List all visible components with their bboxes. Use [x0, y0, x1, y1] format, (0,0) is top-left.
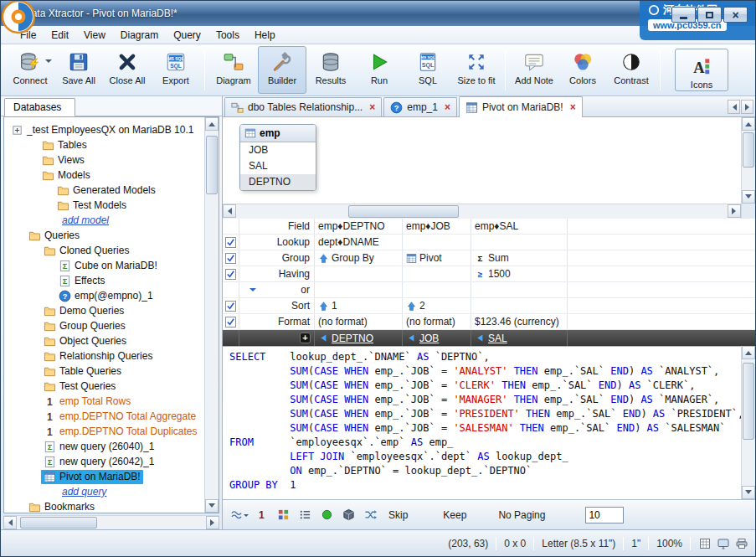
paging-mode-button[interactable]: No Paging — [498, 509, 545, 521]
builder-cell[interactable] — [471, 235, 568, 250]
tree-item-emp-empno-1[interactable]: ?emp(@empno)_1 — [4, 288, 204, 303]
tree-item-tables[interactable]: Tables — [4, 137, 204, 152]
menu-tools[interactable]: Tools — [208, 27, 247, 44]
builder-column-header[interactable]: DEPTNO — [315, 330, 403, 346]
tree-hscrollbar[interactable] — [3, 515, 219, 529]
minimize-button[interactable] — [671, 7, 696, 23]
builder-cell[interactable]: emp♦JOB — [403, 219, 471, 234]
tree-item-cloned-queries[interactable]: Cloned Queries — [4, 243, 204, 258]
scroll-left-button[interactable] — [3, 516, 17, 529]
builder-check-cell[interactable] — [223, 282, 239, 297]
builder-cell[interactable]: $123.46 (currency) — [471, 314, 568, 329]
tab-close-icon[interactable]: × — [445, 101, 450, 113]
tree-item-emp-deptno-total-duplicates[interactable]: 1emp.DEPTNO Total Duplicates — [4, 424, 204, 439]
size-to-fit-button[interactable]: Size to fit — [452, 46, 501, 94]
tree-item-views[interactable]: Views — [4, 152, 204, 168]
results-button[interactable]: Results — [306, 46, 355, 94]
tree-item-table-queries[interactable]: Table Queries — [4, 364, 204, 379]
builder-cell[interactable] — [403, 235, 471, 250]
tab-dbo-tables-relationship[interactable]: dbo Tables Relationship...× — [224, 97, 382, 116]
tree-item-effects[interactable]: ΣEffects — [4, 273, 204, 288]
scroll-left-button[interactable] — [223, 204, 236, 218]
diagram-button[interactable]: Diagram — [209, 46, 258, 94]
list-button[interactable] — [295, 507, 315, 523]
shuffle-button[interactable] — [360, 507, 380, 523]
tree-item-new-query-26040-1[interactable]: Σnew query (26040)_1 — [4, 439, 204, 454]
tree-item-add-model[interactable]: add model — [4, 213, 204, 228]
sql-button[interactable]: MS SQLSQLSQL — [404, 46, 452, 94]
tree-item-pivot-on-mariadb[interactable]: Pivot on MariaDB! — [4, 469, 204, 484]
builder-cell[interactable]: ≥1500 — [471, 266, 568, 281]
builder-cell[interactable] — [403, 266, 471, 281]
add-note-button[interactable]: Add Note — [510, 46, 558, 94]
entity-field-job[interactable]: JOB — [240, 142, 316, 158]
scroll-down-button[interactable] — [205, 499, 219, 513]
builder-check-cell[interactable] — [223, 314, 239, 329]
entity-header[interactable]: emp — [240, 125, 316, 142]
tree-item-test-employeesqx-on-mariadb-10-1[interactable]: _test EmployeesQX on MariaDB 10.1 — [4, 122, 204, 137]
tree-item-test-models[interactable]: Test Models — [4, 198, 204, 213]
tree-item-add-query[interactable]: add query — [4, 484, 204, 499]
scroll-right-button[interactable] — [728, 204, 741, 218]
menu-edit[interactable]: Edit — [44, 27, 76, 44]
tree-item-cube-on-mariadb[interactable]: ΣCube on MariaDB! — [4, 258, 204, 273]
contrast-button[interactable]: Contrast — [607, 46, 656, 94]
builder-cell[interactable]: ΣSum — [471, 250, 568, 266]
builder-cell[interactable]: (no format) — [315, 314, 403, 329]
menu-help[interactable]: Help — [247, 27, 283, 44]
entity-emp[interactable]: emp JOBSALDEPTNO — [239, 124, 316, 191]
builder-cell[interactable]: Group By — [315, 250, 403, 266]
builder-cell[interactable]: Pivot — [403, 250, 471, 266]
builder-cell[interactable]: dept♦DNAME — [315, 235, 403, 250]
builder-button[interactable]: Builder — [258, 46, 306, 94]
scroll-up-button[interactable] — [742, 117, 755, 131]
tree-item-models[interactable]: Models — [4, 168, 204, 183]
builder-column-header[interactable]: SAL — [471, 330, 568, 346]
tree-item-emp-total-rows[interactable]: 1emp Total Rows — [4, 394, 204, 409]
databases-tab[interactable]: Databases — [4, 98, 75, 116]
sql-editor[interactable]: SELECT lookup_dept_.`DNAME` AS `DEPTNO`,… — [223, 346, 741, 499]
builder-check-cell[interactable] — [223, 298, 239, 313]
page-grid-icon[interactable] — [698, 537, 712, 550]
save-all-button[interactable]: Save All — [54, 46, 103, 94]
checkbox-checked-icon[interactable] — [225, 269, 236, 280]
tree-item-relationship-queries[interactable]: Relationship Queries — [4, 348, 204, 364]
checkbox-checked-icon[interactable] — [225, 301, 236, 312]
cube-button[interactable] — [338, 507, 358, 523]
builder-cell[interactable]: emp♦DEPTNO — [315, 219, 403, 234]
add-column-button[interactable]: + — [300, 333, 311, 343]
builder-cell[interactable] — [315, 282, 403, 297]
maximize-button[interactable] — [697, 7, 722, 23]
checkbox-checked-icon[interactable] — [225, 253, 236, 264]
tab-emp-1[interactable]: ?emp_1× — [383, 97, 457, 116]
builder-cell[interactable]: 2 — [403, 298, 471, 313]
menu-query[interactable]: Query — [166, 27, 208, 44]
scroll-down-button[interactable] — [742, 486, 755, 499]
tab-scroll-right-button[interactable] — [741, 100, 753, 114]
menu-diagram[interactable]: Diagram — [113, 27, 166, 44]
builder-cell[interactable] — [403, 282, 471, 297]
builder-check-cell[interactable] — [223, 266, 239, 281]
diagram-vscrollbar[interactable] — [741, 117, 755, 204]
connect-button[interactable]: Connect — [6, 46, 54, 94]
builder-cell[interactable] — [315, 266, 403, 281]
dropdown-caret-icon[interactable] — [45, 59, 52, 66]
tree-item-emp-deptno-total-aggregate[interactable]: 1emp.DEPTNO Total Aggregate — [4, 409, 204, 424]
scroll-right-button[interactable] — [206, 516, 219, 529]
scroll-up-button[interactable] — [205, 117, 219, 131]
tree-item-generated-models[interactable]: Generated Models — [4, 183, 204, 198]
tab-close-icon[interactable]: × — [369, 101, 375, 113]
tree-item-bookmarks[interactable]: Bookmarks — [4, 499, 204, 513]
builder-cell[interactable]: emp♦SAL — [471, 219, 568, 234]
tree-item-test-queries[interactable]: Test Queries — [4, 379, 204, 394]
builder-cell[interactable]: (no format) — [403, 314, 471, 329]
run-button[interactable]: Run — [355, 46, 404, 94]
builder-check-cell[interactable] — [223, 250, 239, 266]
builder-cell[interactable] — [471, 282, 568, 297]
colors-button[interactable]: Colors — [558, 46, 607, 94]
tree-item-object-queries[interactable]: Object Queries — [4, 333, 204, 348]
tree-item-new-query-26042-1[interactable]: Σnew query (26042)_1 — [4, 454, 204, 469]
sql-vscrollbar[interactable] — [741, 346, 755, 499]
icons-button[interactable]: AIcons — [677, 50, 726, 90]
builder-column-header[interactable]: JOB — [403, 330, 471, 346]
